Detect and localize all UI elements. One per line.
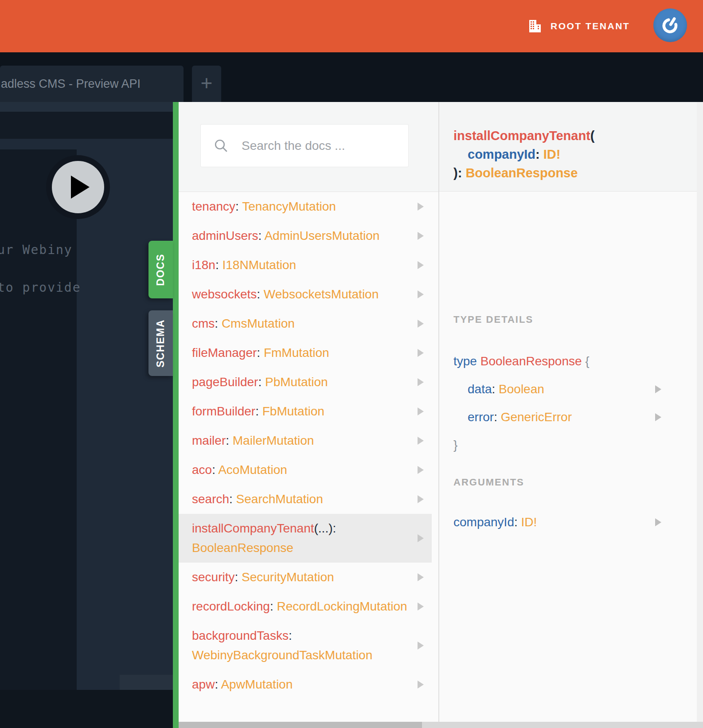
field-signature-text: formBuilder: FbMutation bbox=[192, 402, 409, 421]
tab-docs[interactable]: DOCS bbox=[148, 241, 173, 298]
docs-field-i18n[interactable]: i18n: I18NMutation bbox=[179, 250, 432, 280]
field-signature-text: search: SearchMutation bbox=[192, 489, 409, 509]
chevron-right-icon bbox=[418, 232, 424, 240]
type-declaration-line[interactable]: type BooleanResponse { bbox=[453, 352, 590, 371]
search-input[interactable] bbox=[241, 138, 408, 153]
docs-field-installCompanyTenant[interactable]: installCompanyTenant(...): BooleanRespon… bbox=[179, 514, 432, 563]
docs-field-pageBuilder[interactable]: pageBuilder: PbMutation bbox=[179, 368, 432, 397]
chevron-right-icon bbox=[418, 534, 424, 542]
docs-tab-label: DOCS bbox=[155, 254, 167, 286]
power-icon bbox=[660, 15, 681, 36]
field-signature-block: installCompanyTenant( companyId: ID! ): … bbox=[439, 102, 697, 192]
editor-dark-band bbox=[0, 112, 173, 139]
chevron-right-icon bbox=[418, 378, 424, 386]
chevron-right-icon bbox=[418, 603, 424, 611]
signature-line-1: installCompanyTenant( bbox=[453, 126, 697, 145]
play-icon bbox=[52, 161, 104, 213]
docs-field-backgroundTasks[interactable]: backgroundTasks: WebinyBackgroundTaskMut… bbox=[179, 621, 432, 670]
docs-field-formBuilder[interactable]: formBuilder: FbMutation bbox=[179, 397, 432, 426]
search-icon bbox=[213, 138, 229, 154]
schema-tab-label: SCHEMA bbox=[155, 319, 167, 368]
execute-query-button[interactable] bbox=[46, 155, 110, 219]
type-field-error[interactable]: error: GenericError bbox=[453, 408, 590, 427]
docs-field-search[interactable]: search: SearchMutation bbox=[179, 485, 432, 514]
docs-explorer-column: tenancy: TenancyMutationadminUsers: Admi… bbox=[179, 102, 438, 728]
chevron-right-icon bbox=[655, 413, 661, 421]
field-signature-text: installCompanyTenant(...): BooleanRespon… bbox=[192, 519, 409, 558]
field-signature-text: apw: ApwMutation bbox=[192, 675, 409, 694]
chevron-right-icon bbox=[655, 518, 661, 526]
docs-field-tenancy[interactable]: tenancy: TenancyMutation bbox=[179, 192, 432, 221]
field-signature-text: mailer: MailerMutation bbox=[192, 431, 409, 450]
field-signature-text: fileManager: FmMutation bbox=[192, 343, 409, 363]
session-tab-title: adless CMS - Preview API bbox=[1, 77, 141, 91]
docs-field-mailer[interactable]: mailer: MailerMutation bbox=[179, 426, 432, 455]
code-comment-line: to provide bbox=[0, 280, 81, 295]
detail-panel-scrollbar-track[interactable] bbox=[697, 102, 703, 728]
field-signature-text: recordLocking: RecordLockingMutation bbox=[192, 597, 409, 616]
field-detail-panel: installCompanyTenant( companyId: ID! ): … bbox=[439, 102, 703, 728]
field-signature-text: tenancy: TenancyMutation bbox=[192, 197, 409, 216]
docs-field-security[interactable]: security: SecurityMutation bbox=[179, 563, 432, 592]
docs-field-fileManager[interactable]: fileManager: FmMutation bbox=[179, 338, 432, 368]
chevron-right-icon bbox=[418, 407, 424, 415]
chevron-right-icon bbox=[418, 573, 424, 581]
argument-companyid[interactable]: companyId: ID! bbox=[453, 513, 537, 532]
field-signature-text: adminUsers: AdminUsersMutation bbox=[192, 226, 409, 246]
chevron-right-icon bbox=[418, 681, 424, 689]
chevron-right-icon bbox=[418, 466, 424, 474]
variables-bar-fragment bbox=[120, 675, 173, 690]
field-signature-text: security: SecurityMutation bbox=[192, 568, 409, 587]
plus-icon: + bbox=[201, 73, 213, 93]
signature-line-3: ): BooleanResponse bbox=[453, 164, 697, 182]
docs-field-recordLocking[interactable]: recordLocking: RecordLockingMutation bbox=[179, 592, 432, 621]
chevron-right-icon bbox=[418, 349, 424, 357]
tenant-name-label: ROOT TENANT bbox=[551, 21, 630, 31]
chevron-right-icon bbox=[418, 437, 424, 445]
mutation-fields-list: tenancy: TenancyMutationadminUsers: Admi… bbox=[179, 192, 432, 699]
editor-top-strip bbox=[0, 102, 173, 112]
app-header: ROOT TENANT bbox=[0, 0, 703, 52]
type-field-data[interactable]: data: Boolean bbox=[453, 380, 590, 399]
docs-search-box[interactable] bbox=[200, 124, 409, 167]
session-tab-bar: adless CMS - Preview API + bbox=[0, 52, 703, 102]
tab-headless-cms-preview-api[interactable]: adless CMS - Preview API bbox=[0, 66, 184, 102]
docs-field-cms[interactable]: cms: CmsMutation bbox=[179, 309, 432, 338]
chevron-right-icon bbox=[418, 320, 424, 328]
chevron-right-icon bbox=[418, 203, 424, 211]
editor-bottom-bar bbox=[0, 690, 173, 728]
code-comment-line: ur Webiny bbox=[0, 243, 73, 257]
field-signature-text: aco: AcoMutation bbox=[192, 460, 409, 480]
chevron-right-icon bbox=[418, 261, 424, 269]
new-tab-button[interactable]: + bbox=[192, 66, 221, 102]
building-icon bbox=[527, 19, 543, 34]
type-definition-block: type BooleanResponse { data: Boolean err… bbox=[453, 352, 590, 464]
field-signature-text: websockets: WebsocketsMutation bbox=[192, 285, 409, 304]
type-closing-brace: } bbox=[453, 436, 590, 454]
field-signature-text: cms: CmsMutation bbox=[192, 314, 409, 333]
chevron-right-icon bbox=[418, 290, 424, 298]
field-signature-text: pageBuilder: PbMutation bbox=[192, 372, 409, 392]
field-signature-text: backgroundTasks: WebinyBackgroundTaskMut… bbox=[192, 626, 409, 665]
chevron-right-icon bbox=[418, 495, 424, 503]
docs-search-header bbox=[179, 102, 438, 192]
docs-panel-drag-bar[interactable] bbox=[173, 102, 179, 728]
horizontal-scrollbar-thumb[interactable] bbox=[179, 722, 422, 728]
signature-line-2: companyId: ID! bbox=[453, 145, 697, 164]
user-avatar[interactable] bbox=[653, 8, 687, 42]
tenant-selector[interactable]: ROOT TENANT bbox=[527, 0, 630, 52]
tab-schema[interactable]: SCHEMA bbox=[148, 310, 173, 376]
docs-field-adminUsers[interactable]: adminUsers: AdminUsersMutation bbox=[179, 221, 432, 250]
query-editor-pane: ur Webiny to provide bbox=[0, 102, 173, 728]
docs-field-websockets[interactable]: websockets: WebsocketsMutation bbox=[179, 280, 432, 309]
arguments-heading: ARGUMENTS bbox=[453, 477, 524, 488]
query-code-area[interactable]: ur Webiny to provide bbox=[0, 149, 77, 690]
type-details-heading: TYPE DETAILS bbox=[453, 314, 533, 325]
docs-field-apw[interactable]: apw: ApwMutation bbox=[179, 670, 432, 699]
docs-field-aco[interactable]: aco: AcoMutation bbox=[179, 455, 432, 485]
field-signature-text: i18n: I18NMutation bbox=[192, 255, 409, 275]
chevron-right-icon bbox=[418, 642, 424, 650]
chevron-right-icon bbox=[655, 385, 661, 393]
